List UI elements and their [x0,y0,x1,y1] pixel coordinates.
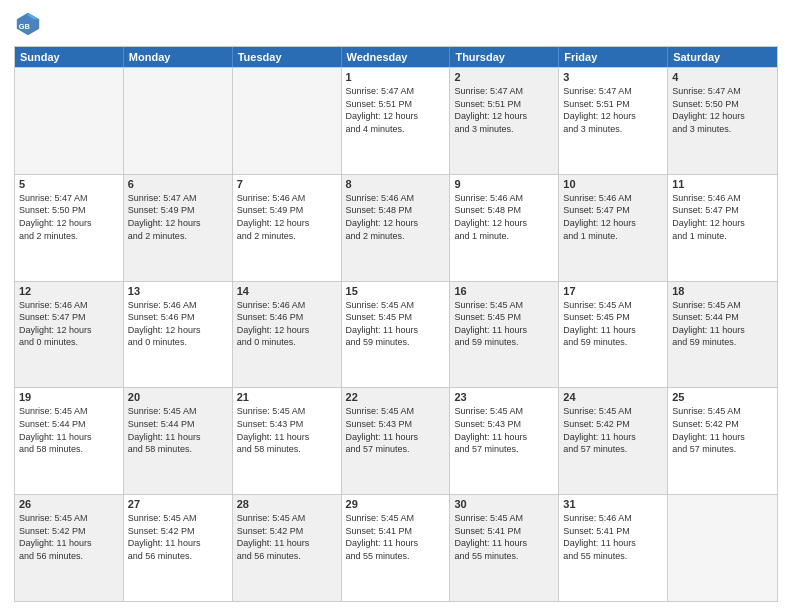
cell-text-22: Sunrise: 5:45 AM Sunset: 5:43 PM Dayligh… [346,405,446,455]
day-number-16: 16 [454,285,554,297]
cal-cell-3: 3Sunrise: 5:47 AM Sunset: 5:51 PM Daylig… [559,68,668,174]
cal-cell-15: 15Sunrise: 5:45 AM Sunset: 5:45 PM Dayli… [342,282,451,388]
day-number-10: 10 [563,178,663,190]
day-number-29: 29 [346,498,446,510]
weekday-header-monday: Monday [124,47,233,67]
day-number-19: 19 [19,391,119,403]
day-number-27: 27 [128,498,228,510]
cal-cell-13: 13Sunrise: 5:46 AM Sunset: 5:46 PM Dayli… [124,282,233,388]
cell-text-12: Sunrise: 5:46 AM Sunset: 5:47 PM Dayligh… [19,299,119,349]
day-number-12: 12 [19,285,119,297]
cell-text-25: Sunrise: 5:45 AM Sunset: 5:42 PM Dayligh… [672,405,773,455]
svg-text:GB: GB [19,22,31,31]
cal-cell-empty-0-1 [124,68,233,174]
cal-cell-21: 21Sunrise: 5:45 AM Sunset: 5:43 PM Dayli… [233,388,342,494]
calendar-row-1: 5Sunrise: 5:47 AM Sunset: 5:50 PM Daylig… [15,174,777,281]
cal-cell-16: 16Sunrise: 5:45 AM Sunset: 5:45 PM Dayli… [450,282,559,388]
cal-cell-27: 27Sunrise: 5:45 AM Sunset: 5:42 PM Dayli… [124,495,233,601]
cal-cell-9: 9Sunrise: 5:46 AM Sunset: 5:48 PM Daylig… [450,175,559,281]
calendar: SundayMondayTuesdayWednesdayThursdayFrid… [14,46,778,602]
calendar-row-4: 26Sunrise: 5:45 AM Sunset: 5:42 PM Dayli… [15,494,777,601]
day-number-11: 11 [672,178,773,190]
logo: GB [14,10,46,38]
cell-text-29: Sunrise: 5:45 AM Sunset: 5:41 PM Dayligh… [346,512,446,562]
cell-text-9: Sunrise: 5:46 AM Sunset: 5:48 PM Dayligh… [454,192,554,242]
day-number-24: 24 [563,391,663,403]
cell-text-14: Sunrise: 5:46 AM Sunset: 5:46 PM Dayligh… [237,299,337,349]
cell-text-20: Sunrise: 5:45 AM Sunset: 5:44 PM Dayligh… [128,405,228,455]
cal-cell-10: 10Sunrise: 5:46 AM Sunset: 5:47 PM Dayli… [559,175,668,281]
cell-text-28: Sunrise: 5:45 AM Sunset: 5:42 PM Dayligh… [237,512,337,562]
day-number-31: 31 [563,498,663,510]
calendar-body: 1Sunrise: 5:47 AM Sunset: 5:51 PM Daylig… [15,67,777,601]
cal-cell-12: 12Sunrise: 5:46 AM Sunset: 5:47 PM Dayli… [15,282,124,388]
day-number-17: 17 [563,285,663,297]
cal-cell-26: 26Sunrise: 5:45 AM Sunset: 5:42 PM Dayli… [15,495,124,601]
cell-text-26: Sunrise: 5:45 AM Sunset: 5:42 PM Dayligh… [19,512,119,562]
cell-text-17: Sunrise: 5:45 AM Sunset: 5:45 PM Dayligh… [563,299,663,349]
cal-cell-empty-0-2 [233,68,342,174]
cell-text-10: Sunrise: 5:46 AM Sunset: 5:47 PM Dayligh… [563,192,663,242]
logo-icon: GB [14,10,42,38]
cell-text-21: Sunrise: 5:45 AM Sunset: 5:43 PM Dayligh… [237,405,337,455]
day-number-13: 13 [128,285,228,297]
cell-text-8: Sunrise: 5:46 AM Sunset: 5:48 PM Dayligh… [346,192,446,242]
cal-cell-20: 20Sunrise: 5:45 AM Sunset: 5:44 PM Dayli… [124,388,233,494]
cell-text-23: Sunrise: 5:45 AM Sunset: 5:43 PM Dayligh… [454,405,554,455]
day-number-18: 18 [672,285,773,297]
cal-cell-31: 31Sunrise: 5:46 AM Sunset: 5:41 PM Dayli… [559,495,668,601]
calendar-header: SundayMondayTuesdayWednesdayThursdayFrid… [15,47,777,67]
day-number-25: 25 [672,391,773,403]
cell-text-19: Sunrise: 5:45 AM Sunset: 5:44 PM Dayligh… [19,405,119,455]
cell-text-31: Sunrise: 5:46 AM Sunset: 5:41 PM Dayligh… [563,512,663,562]
cell-text-6: Sunrise: 5:47 AM Sunset: 5:49 PM Dayligh… [128,192,228,242]
weekday-header-tuesday: Tuesday [233,47,342,67]
cell-text-16: Sunrise: 5:45 AM Sunset: 5:45 PM Dayligh… [454,299,554,349]
cell-text-27: Sunrise: 5:45 AM Sunset: 5:42 PM Dayligh… [128,512,228,562]
day-number-7: 7 [237,178,337,190]
day-number-28: 28 [237,498,337,510]
cal-cell-18: 18Sunrise: 5:45 AM Sunset: 5:44 PM Dayli… [668,282,777,388]
cal-cell-5: 5Sunrise: 5:47 AM Sunset: 5:50 PM Daylig… [15,175,124,281]
cal-cell-22: 22Sunrise: 5:45 AM Sunset: 5:43 PM Dayli… [342,388,451,494]
cell-text-4: Sunrise: 5:47 AM Sunset: 5:50 PM Dayligh… [672,85,773,135]
day-number-22: 22 [346,391,446,403]
cell-text-11: Sunrise: 5:46 AM Sunset: 5:47 PM Dayligh… [672,192,773,242]
cell-text-24: Sunrise: 5:45 AM Sunset: 5:42 PM Dayligh… [563,405,663,455]
cal-cell-empty-0-0 [15,68,124,174]
cal-cell-17: 17Sunrise: 5:45 AM Sunset: 5:45 PM Dayli… [559,282,668,388]
cell-text-30: Sunrise: 5:45 AM Sunset: 5:41 PM Dayligh… [454,512,554,562]
day-number-23: 23 [454,391,554,403]
cal-cell-24: 24Sunrise: 5:45 AM Sunset: 5:42 PM Dayli… [559,388,668,494]
day-number-3: 3 [563,71,663,83]
cal-cell-29: 29Sunrise: 5:45 AM Sunset: 5:41 PM Dayli… [342,495,451,601]
cell-text-18: Sunrise: 5:45 AM Sunset: 5:44 PM Dayligh… [672,299,773,349]
cal-cell-19: 19Sunrise: 5:45 AM Sunset: 5:44 PM Dayli… [15,388,124,494]
weekday-header-saturday: Saturday [668,47,777,67]
cal-cell-23: 23Sunrise: 5:45 AM Sunset: 5:43 PM Dayli… [450,388,559,494]
day-number-8: 8 [346,178,446,190]
cal-cell-11: 11Sunrise: 5:46 AM Sunset: 5:47 PM Dayli… [668,175,777,281]
day-number-2: 2 [454,71,554,83]
calendar-row-2: 12Sunrise: 5:46 AM Sunset: 5:47 PM Dayli… [15,281,777,388]
calendar-row-0: 1Sunrise: 5:47 AM Sunset: 5:51 PM Daylig… [15,67,777,174]
cal-cell-25: 25Sunrise: 5:45 AM Sunset: 5:42 PM Dayli… [668,388,777,494]
cal-cell-1: 1Sunrise: 5:47 AM Sunset: 5:51 PM Daylig… [342,68,451,174]
day-number-30: 30 [454,498,554,510]
cell-text-2: Sunrise: 5:47 AM Sunset: 5:51 PM Dayligh… [454,85,554,135]
day-number-1: 1 [346,71,446,83]
cell-text-15: Sunrise: 5:45 AM Sunset: 5:45 PM Dayligh… [346,299,446,349]
weekday-header-thursday: Thursday [450,47,559,67]
cal-cell-28: 28Sunrise: 5:45 AM Sunset: 5:42 PM Dayli… [233,495,342,601]
day-number-9: 9 [454,178,554,190]
day-number-20: 20 [128,391,228,403]
cal-cell-30: 30Sunrise: 5:45 AM Sunset: 5:41 PM Dayli… [450,495,559,601]
weekday-header-friday: Friday [559,47,668,67]
cell-text-13: Sunrise: 5:46 AM Sunset: 5:46 PM Dayligh… [128,299,228,349]
calendar-row-3: 19Sunrise: 5:45 AM Sunset: 5:44 PM Dayli… [15,387,777,494]
page-header: GB [14,10,778,38]
cal-cell-6: 6Sunrise: 5:47 AM Sunset: 5:49 PM Daylig… [124,175,233,281]
cal-cell-2: 2Sunrise: 5:47 AM Sunset: 5:51 PM Daylig… [450,68,559,174]
cal-cell-empty-4-6 [668,495,777,601]
cal-cell-4: 4Sunrise: 5:47 AM Sunset: 5:50 PM Daylig… [668,68,777,174]
